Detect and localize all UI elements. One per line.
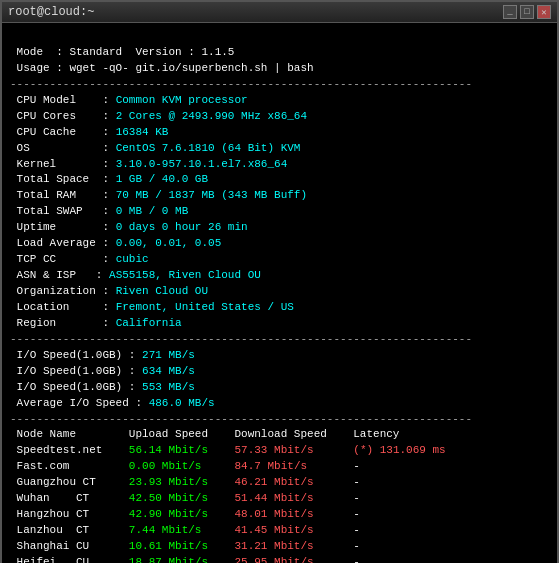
terminal-output: Mode : Standard Version : 1.1.5 Usage : …	[2, 23, 557, 563]
window-controls[interactable]: _ □ ✕	[503, 5, 551, 19]
window-title: root@cloud:~	[8, 5, 94, 19]
minimize-button[interactable]: _	[503, 5, 517, 19]
maximize-button[interactable]: □	[520, 5, 534, 19]
titlebar: root@cloud:~ _ □ ✕	[2, 2, 557, 23]
terminal-window: root@cloud:~ _ □ ✕ Mode : Standard Versi…	[0, 0, 559, 563]
close-button[interactable]: ✕	[537, 5, 551, 19]
